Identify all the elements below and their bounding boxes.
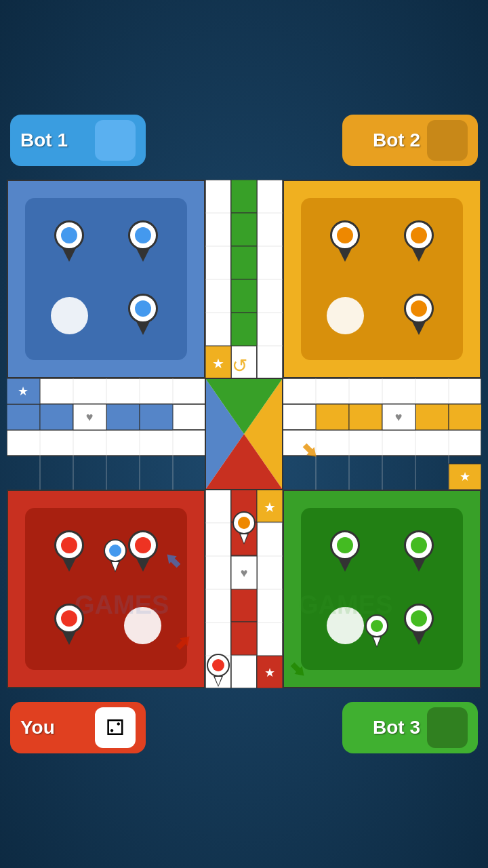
- svg-rect-43: [231, 522, 257, 555]
- svg-rect-38: [349, 404, 382, 430]
- svg-text:★: ★: [18, 384, 28, 398]
- svg-rect-35: [106, 404, 140, 430]
- svg-rect-7: [7, 404, 205, 430]
- svg-text:★: ★: [212, 356, 224, 371]
- green-token-3: [313, 594, 378, 658]
- svg-text:↺: ↺: [232, 355, 247, 376]
- svg-rect-32: [7, 404, 40, 430]
- green-token-2[interactable]: [387, 520, 451, 585]
- svg-rect-5: [257, 490, 283, 688]
- svg-rect-39: [382, 404, 415, 430]
- svg-text:♥: ♥: [395, 410, 403, 424]
- svg-rect-42: [231, 489, 257, 522]
- bot1-token-box: [95, 120, 136, 161]
- svg-rect-51: [231, 313, 257, 346]
- bot1-button[interactable]: Bot 1: [10, 115, 146, 166]
- red-token-1[interactable]: [37, 520, 102, 585]
- bottom-player-bar: You ⚁ Bot 3: [0, 695, 488, 760]
- svg-point-77: [212, 659, 224, 671]
- svg-rect-0: [205, 180, 231, 378]
- svg-rect-62: [205, 378, 283, 490]
- green-token-1[interactable]: [313, 520, 378, 585]
- blue-token-2[interactable]: [111, 210, 176, 275]
- svg-rect-40: [415, 404, 449, 430]
- bot1-label: Bot 1: [20, 130, 88, 151]
- svg-marker-74: [239, 534, 249, 545]
- svg-rect-4: [231, 490, 257, 688]
- top-player-bar: Bot 1 Bot 2: [0, 108, 488, 173]
- home-yellow: [283, 180, 481, 378]
- red-token-4: [111, 594, 176, 658]
- svg-rect-60: [382, 404, 415, 430]
- svg-point-72: [233, 512, 255, 534]
- svg-rect-45: [231, 589, 257, 622]
- bot3-label: Bot 3: [352, 717, 420, 738]
- yellow-token-2[interactable]: [387, 210, 451, 275]
- blue-token-1[interactable]: [37, 210, 102, 275]
- home-blue-inner: [25, 198, 187, 360]
- svg-marker-78: [214, 676, 223, 687]
- home-blue: [7, 180, 205, 378]
- yellow-token-3: [313, 284, 378, 349]
- bot2-token-box: [427, 120, 468, 161]
- svg-text:★: ★: [460, 470, 470, 484]
- green-token-4[interactable]: [387, 594, 451, 658]
- svg-rect-48: [231, 213, 257, 246]
- bot3-token-box: [427, 707, 468, 748]
- svg-rect-44: [231, 555, 257, 589]
- svg-point-76: [207, 654, 229, 676]
- bot2-label: Bot 2: [352, 130, 420, 151]
- svg-text:♥: ♥: [86, 410, 94, 424]
- svg-rect-2: [257, 180, 283, 378]
- home-green-inner: [301, 508, 463, 670]
- svg-rect-3: [205, 490, 231, 688]
- home-green: [283, 490, 481, 688]
- svg-point-73: [238, 517, 250, 529]
- svg-rect-37: [316, 404, 349, 430]
- home-yellow-inner: [301, 198, 463, 360]
- blue-token-4[interactable]: [111, 284, 176, 349]
- svg-rect-50: [231, 279, 257, 313]
- svg-rect-46: [231, 622, 257, 655]
- blue-token-3: [37, 284, 102, 349]
- svg-rect-36: [140, 404, 173, 430]
- svg-marker-63: [205, 378, 244, 490]
- svg-rect-1: [231, 180, 257, 378]
- red-token-3[interactable]: [37, 594, 102, 658]
- dice-icon: ⚁: [106, 715, 125, 741]
- svg-rect-94: [257, 656, 283, 688]
- you-button[interactable]: You ⚁: [10, 702, 146, 753]
- yellow-token-4[interactable]: [387, 284, 451, 349]
- ludo-board[interactable]: ★ ★ ♥ ♥ ♥: [7, 180, 481, 688]
- bot2-button[interactable]: Bot 2: [342, 115, 478, 166]
- yellow-token-1[interactable]: [313, 210, 378, 275]
- svg-rect-52: [205, 346, 231, 378]
- svg-rect-34: [73, 404, 106, 430]
- board-container: ★ ★ ♥ ♥ ♥: [0, 173, 488, 695]
- svg-rect-56: [73, 404, 106, 430]
- svg-rect-54: [257, 490, 283, 522]
- svg-rect-49: [231, 246, 257, 279]
- svg-rect-8: [7, 430, 205, 456]
- svg-rect-11: [283, 430, 481, 456]
- svg-rect-9: [283, 378, 481, 404]
- bot3-button[interactable]: Bot 3: [342, 702, 478, 753]
- svg-marker-65: [205, 434, 283, 490]
- home-red: [7, 490, 205, 688]
- svg-text:★: ★: [264, 666, 275, 679]
- svg-rect-6: [7, 378, 205, 404]
- svg-rect-47: [231, 180, 257, 213]
- svg-text:★: ★: [264, 500, 276, 515]
- you-label: You: [20, 717, 88, 738]
- svg-rect-10: [283, 404, 481, 430]
- svg-marker-75: [241, 534, 247, 543]
- svg-marker-67: [205, 378, 283, 490]
- red-token-2[interactable]: [111, 520, 176, 585]
- svg-marker-79: [215, 677, 222, 686]
- svg-marker-85: [301, 441, 320, 460]
- svg-rect-58: [231, 556, 257, 589]
- home-red-inner: [25, 508, 187, 670]
- svg-rect-90: [7, 378, 40, 404]
- svg-text:♥: ♥: [241, 566, 248, 580]
- dice-box[interactable]: ⚁: [95, 707, 136, 748]
